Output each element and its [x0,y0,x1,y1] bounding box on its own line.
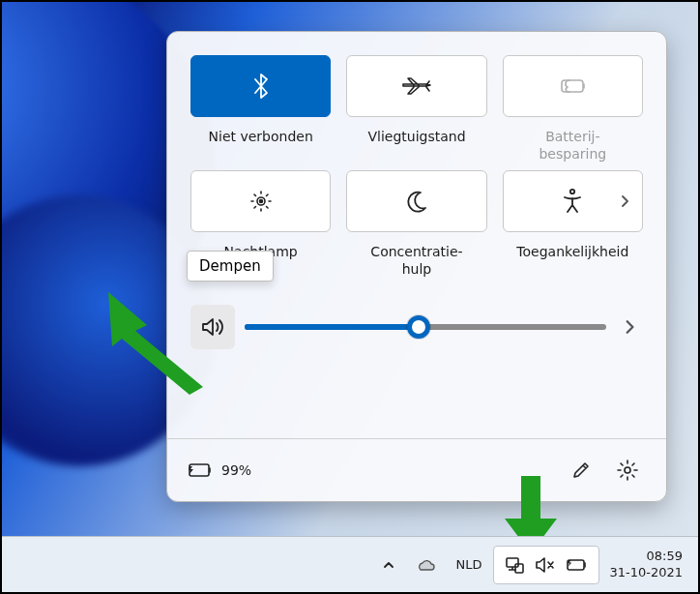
bluetooth-label: Niet verbonden [190,125,331,163]
accessibility-label: Toegankelijkheid [503,240,643,278]
svg-rect-8 [507,558,518,567]
clock-date: 31-10-2021 [609,565,683,581]
pencil-icon [570,460,592,481]
gear-icon [616,459,639,482]
battery-charging-icon [187,461,214,479]
focus-assist-label: Concentratie-hulp [346,240,486,278]
network-icon [504,555,525,575]
chevron-right-icon [619,194,630,208]
battery-tray-icon [566,557,589,573]
quick-settings-panel: Niet verbonden Vliegtuigstand Batterij-b… [166,31,667,502]
battery-percent: 99% [221,462,251,478]
panel-footer: 99% [167,438,666,501]
battery-status[interactable]: 99% [187,461,251,479]
airplane-mode-label: Vliegtuigstand [346,125,486,163]
battery-saver-icon [556,74,589,98]
svg-rect-10 [568,560,584,570]
airplane-mode-tile[interactable] [346,55,486,117]
svg-rect-9 [515,564,523,573]
edit-button[interactable] [562,451,600,490]
night-light-tile[interactable] [190,170,331,232]
airplane-icon [400,74,433,99]
volume-row: Dempen [190,305,643,349]
language-indicator[interactable]: NLD [448,544,489,586]
system-tray-group[interactable] [493,546,599,584]
bluetooth-tile[interactable] [190,55,331,117]
volume-slider[interactable] [245,324,606,330]
chevron-up-icon [382,559,395,571]
svg-point-3 [570,190,574,193]
volume-more-button[interactable] [616,319,643,335]
taskbar: NLD 08:59 31-10-2021 [2,536,698,592]
bluetooth-icon [248,71,274,102]
svg-point-5 [625,467,630,473]
battery-saver-label: Batterij-besparing [503,125,643,163]
chevron-right-icon [623,319,636,335]
settings-button[interactable] [608,451,647,490]
annotation-arrow [108,292,224,399]
brightness-icon [248,188,275,215]
moon-icon [404,189,429,214]
clock-time: 08:59 [647,549,683,565]
svg-point-2 [259,200,262,203]
tray-overflow-button[interactable] [374,544,403,586]
volume-muted-icon [535,555,556,575]
battery-saver-tile[interactable] [503,55,643,117]
mute-tooltip: Dempen [187,251,274,282]
focus-assist-tile[interactable] [346,170,486,232]
cloud-icon [415,557,436,573]
accessibility-tile[interactable] [503,170,643,232]
svg-rect-0 [562,80,583,92]
accessibility-icon [561,188,584,215]
svg-marker-6 [108,292,203,395]
clock[interactable]: 08:59 31-10-2021 [603,549,688,581]
onedrive-tray-icon[interactable] [407,544,444,586]
